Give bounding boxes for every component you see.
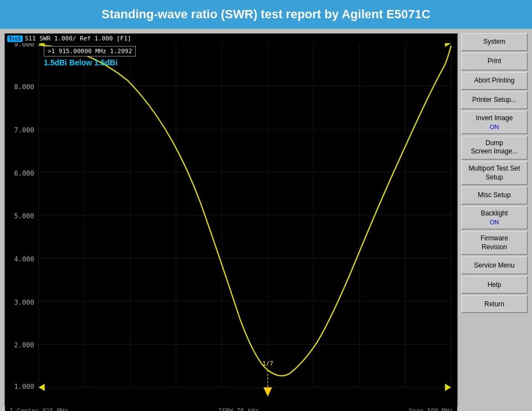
- footer-center: IFBW 70 kHz: [218, 407, 259, 411]
- chart-footer: 1 Center 915 MHz IFBW 70 kHz Span 500 MH…: [5, 406, 457, 411]
- panel-btn-misc-setup[interactable]: Misc Setup: [461, 187, 528, 204]
- svg-text:4.000: 4.000: [14, 255, 34, 263]
- marker-box: >1 915.00000 MHz 1.2092: [44, 46, 136, 56]
- marker-value: >1 915.00000 MHz 1.2092: [48, 48, 132, 55]
- chart-svg-area: 9.000 8.000 7.000 6.000 5.000 4.000 3.00…: [5, 43, 457, 406]
- panel-btn-invert-image[interactable]: Invert ImageON: [461, 111, 528, 134]
- svg-text:6.000: 6.000: [14, 169, 34, 177]
- chart-container: Trc1 S11 SWR 1.000/ Ref 1.000 [F1] >1 91…: [4, 33, 458, 407]
- svg-text:1/7: 1/7: [262, 360, 273, 367]
- panel-btn-multiport[interactable]: Multiport Test SetSetup: [461, 161, 528, 185]
- panel-btn-backlight[interactable]: BacklightON: [461, 206, 528, 229]
- svg-rect-0: [5, 43, 457, 406]
- trc-badge: Trc1: [7, 35, 23, 42]
- title-bar: Standing-wave ratio (SWR) test report by…: [0, 0, 532, 29]
- panel-btn-help[interactable]: Help: [461, 276, 528, 294]
- panel-btn-abort-printing[interactable]: Abort Printing: [461, 72, 528, 90]
- panel-btn-firmware[interactable]: FirmwareRevision: [461, 231, 528, 255]
- svg-text:5.000: 5.000: [14, 212, 34, 220]
- svg-text:8.000: 8.000: [14, 83, 34, 91]
- chart-header-text: S11 SWR 1.000/ Ref 1.000 [F1]: [25, 35, 131, 42]
- svg-text:9.000: 9.000: [14, 43, 34, 48]
- footer-left: 1 Center 915 MHz: [9, 407, 68, 411]
- footer-right: Span 500 MHz: [409, 407, 453, 411]
- main-content: Trc1 S11 SWR 1.000/ Ref 1.000 [F1] >1 91…: [0, 29, 532, 411]
- panel-btn-system[interactable]: System: [461, 33, 528, 51]
- right-panel: SystemPrintAbort PrintingPrinter Setup..…: [461, 33, 528, 407]
- page-title: Standing-wave ratio (SWR) test report by…: [101, 7, 430, 22]
- svg-text:7.000: 7.000: [14, 126, 34, 134]
- panel-btn-sub-invert-image: ON: [490, 123, 499, 131]
- annotation-text: 1.5dBi Below 1.5dBi: [44, 58, 117, 67]
- panel-btn-return[interactable]: Return: [461, 295, 528, 313]
- chart-header: Trc1 S11 SWR 1.000/ Ref 1.000 [F1]: [5, 34, 457, 43]
- svg-text:2.000: 2.000: [14, 341, 34, 349]
- panel-btn-sub-backlight: ON: [490, 218, 499, 226]
- svg-text:3.000: 3.000: [14, 298, 34, 306]
- panel-btn-service-menu[interactable]: Service Menu: [461, 256, 528, 274]
- panel-btn-print[interactable]: Print: [461, 53, 528, 70]
- panel-btn-dump-screen[interactable]: DumpScreen Image...: [461, 136, 528, 160]
- svg-text:1.000: 1.000: [14, 382, 34, 390]
- panel-btn-printer-setup[interactable]: Printer Setup...: [461, 91, 528, 109]
